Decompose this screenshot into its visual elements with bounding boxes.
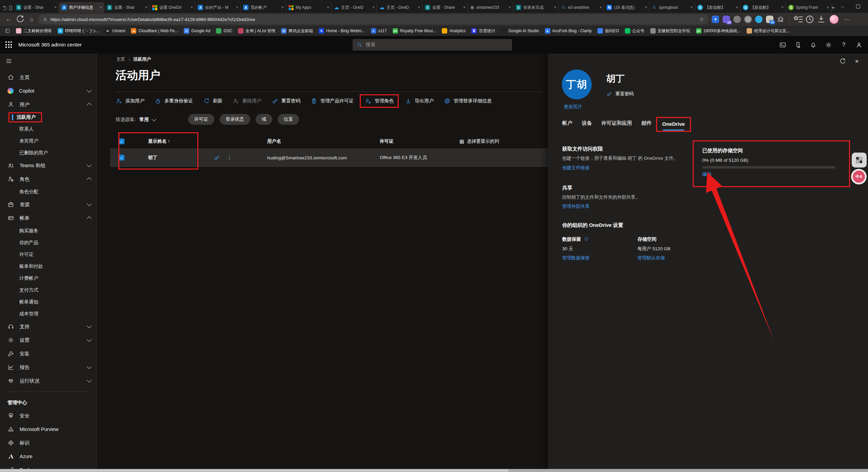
settings-gear-icon[interactable] [825, 41, 832, 48]
sidebar-item-角色分配[interactable]: 角色分配 [0, 186, 96, 198]
sidebar-item-活跃用户[interactable]: 活跃用户 [0, 111, 96, 123]
panel-tab-许可证和应用[interactable]: 许可证和应用 [601, 120, 632, 130]
browser-tab[interactable]: e3 onedrive× [559, 2, 604, 13]
bookmark-item[interactable]: UUmami [105, 28, 125, 34]
new-tab-button[interactable]: + [831, 3, 835, 13]
tab-close-icon[interactable]: × [690, 5, 693, 10]
table-row[interactable]: ✓ 胡丁 ⋮ huding@Smartree233.onmicrosoft.co… [110, 149, 548, 167]
browser-tab[interactable]: 设置 OneDri× [150, 2, 195, 13]
account-person-icon[interactable] [855, 41, 863, 48]
browser-tab[interactable]: ☁主页 - OneD× [377, 2, 422, 13]
sidebar-item-用户[interactable]: 用户 [0, 98, 96, 111]
row-more-actions-icon[interactable]: ⋮ [227, 155, 232, 161]
gray-extension-icon[interactable] [733, 16, 741, 23]
browser-tab[interactable]: S设置 - Shar× [14, 2, 59, 13]
bookmark-item[interactable]: @腾讯企业邮箱 [281, 28, 313, 34]
extensions-puzzle-icon[interactable] [777, 16, 784, 23]
tab-close-icon[interactable]: × [54, 5, 57, 10]
sidebar-item-联系人[interactable]: 联系人 [0, 123, 96, 135]
sidebar-item-Microsoft Purview[interactable]: Microsoft Purview [0, 422, 96, 436]
toolbar-button-导出用户[interactable]: 导出用户 [405, 98, 434, 104]
sidebar-item-Exchange[interactable]: Exchange [0, 463, 96, 469]
sidebar-item-帐单通知[interactable]: 帐单通知 [0, 296, 96, 308]
search-input[interactable]: 搜索 [353, 39, 512, 51]
tab-close-icon[interactable]: × [418, 5, 420, 10]
bookmark-item[interactable]: GSC [216, 28, 232, 34]
bookmark-item[interactable]: 百百度统计 [471, 28, 495, 34]
browser-tab[interactable]: ☁主页 - OneD× [332, 2, 377, 13]
tab-close-icon[interactable]: × [736, 5, 738, 10]
bookmark-item[interactable]: Analytics [442, 28, 466, 34]
row-checkbox[interactable]: ✓ [119, 155, 124, 161]
tab-close-icon[interactable]: × [827, 5, 829, 10]
url-text[interactable]: https://admin.cloud.microsoft/?#/users/:… [51, 17, 696, 22]
sidebar-item-支付方式[interactable]: 支付方式 [0, 284, 96, 296]
bookmark-item[interactable]: AGoogle Ad [184, 28, 210, 34]
collections-icon[interactable] [5, 28, 10, 34]
browser-tab[interactable]: A我的帐户× [241, 2, 286, 13]
browser-tab[interactable]: A你的产品 - M× [195, 2, 241, 13]
sidebar-item-资源[interactable]: 资源 [0, 198, 96, 211]
tab-close-icon[interactable]: × [145, 5, 147, 10]
camera-extension-icon[interactable] [744, 16, 752, 23]
toolbar-button-重置密码[interactable]: 重置密码 [272, 98, 300, 104]
toolbar-button-添加用户[interactable]: 添加用户 [116, 98, 144, 104]
whats-new-icon[interactable] [794, 41, 802, 48]
sidebar-item-账单和付款[interactable]: 账单和付款 [0, 260, 96, 272]
scrollbar-thumb[interactable] [0, 469, 509, 472]
browser-tab[interactable]: springboot× [650, 2, 695, 13]
screenshot-extension-button[interactable] [852, 153, 867, 168]
sidebar-item-已删除的用户[interactable]: 已删除的用户 [0, 147, 96, 159]
sidebar-item-帐单[interactable]: 帐单 [0, 211, 96, 225]
sidebar-item-Copilot[interactable]: Copilot [0, 84, 96, 98]
sidebar-item-运行状况[interactable]: 运行状况 [0, 374, 96, 388]
horizontal-scrollbar[interactable] [0, 469, 868, 472]
browser-profile-avatar[interactable] [830, 15, 839, 24]
bookmark-item[interactable]: 安徽财贸职业学院 [650, 28, 690, 34]
sidebar-item-标识[interactable]: 标识 [0, 436, 96, 450]
favorites-list-icon[interactable] [793, 14, 803, 24]
filter-set[interactable]: 筛选器集: 常用 [116, 117, 156, 123]
bookmark-item[interactable]: ☁Cloudflare | Web Pe... [131, 28, 178, 34]
purple-extension-icon[interactable]: 13 [723, 16, 730, 23]
panel-refresh-icon[interactable] [839, 58, 846, 65]
column-display-name[interactable]: 显示姓名 ↑ [148, 138, 170, 144]
sidebar-item-许可证[interactable]: 许可证 [0, 249, 96, 260]
toolbar-button-多重身份验证[interactable]: 多重身份验证 [155, 98, 193, 104]
notifications-bell-icon[interactable] [810, 41, 817, 48]
browser-tab[interactable]: S设置 - Shar× [104, 2, 150, 13]
tab-close-icon[interactable]: × [100, 5, 102, 10]
sidebar-item-安全[interactable]: 安全 [0, 409, 96, 422]
filter-chip-位置[interactable]: 位置 [278, 114, 299, 125]
tab-close-icon[interactable]: × [281, 5, 284, 10]
toolbar-button-管理角色[interactable]: 管理角色 [360, 94, 399, 108]
workspaces-icon[interactable] [2, 3, 8, 13]
create-file-link[interactable]: 创建文件链接 [562, 165, 590, 171]
translate-floating-button[interactable]: 中A [851, 169, 867, 184]
panel-tab-OneDrive[interactable]: OneDrive [662, 121, 685, 131]
help-icon[interactable]: ? [840, 41, 847, 48]
sidebar-item-支持[interactable]: 支持 [0, 320, 96, 333]
bookmark-item[interactable]: 国内EO [597, 28, 619, 34]
tab-close-icon[interactable]: × [236, 5, 238, 10]
browser-menu-icon[interactable]: ⋯ [842, 14, 852, 24]
tab-close-icon[interactable]: × [645, 5, 647, 10]
bookmark-item[interactable]: ss117 [371, 28, 387, 34]
sidebar-item-成本管理[interactable]: 成本管理 [0, 308, 96, 320]
tab-close-icon[interactable]: × [191, 5, 193, 10]
tab-close-icon[interactable]: × [509, 5, 511, 10]
browser-tab[interactable]: ⊕smartree233× [468, 2, 513, 13]
browser-tab[interactable]: 知(16 条消息)× [604, 2, 650, 13]
choose-columns-button[interactable]: ▦选择要显示的列 [459, 138, 499, 144]
favorite-star-icon[interactable]: ☆ [699, 16, 704, 22]
bookmark-item[interactable]: 全局 | AList 管理 [238, 28, 275, 34]
vertical-tabs-icon[interactable] [8, 3, 14, 13]
home-extension-icon[interactable]: ⌂20 [766, 16, 773, 23]
toolbar-button-刷新[interactable]: 刷新 [203, 98, 222, 104]
filter-chip-登录状态[interactable]: 登录状态 [220, 114, 250, 125]
sidebar-item-主页[interactable]: 主页 [0, 71, 96, 84]
minimize-button[interactable]: – [835, 0, 850, 13]
sidebar-item-报告[interactable]: 报告 [0, 360, 96, 374]
breadcrumb-home[interactable]: 主页 [116, 56, 125, 62]
bookmark-item[interactable]: 二叉树树的博客 [16, 28, 52, 34]
